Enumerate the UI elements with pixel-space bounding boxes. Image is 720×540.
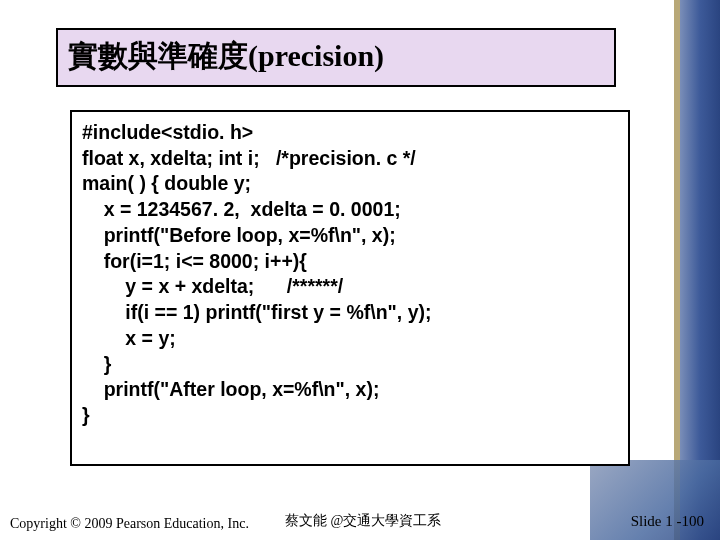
decorative-right-bar (680, 0, 720, 540)
slide-title: 實數與準確度(precision) (68, 36, 604, 77)
footer: Copyright © 2009 Pearson Education, Inc.… (0, 510, 720, 532)
code-box: #include<stdio. h> float x, xdelta; int … (70, 110, 630, 466)
slide-number: Slide 1 -100 (631, 513, 704, 530)
code-listing: #include<stdio. h> float x, xdelta; int … (82, 120, 618, 429)
decorative-strip (674, 0, 680, 540)
author-text: 蔡文能 @交通大學資工系 (285, 512, 441, 530)
slide-title-box: 實數與準確度(precision) (56, 28, 616, 87)
copyright-text: Copyright © 2009 Pearson Education, Inc. (10, 516, 249, 532)
